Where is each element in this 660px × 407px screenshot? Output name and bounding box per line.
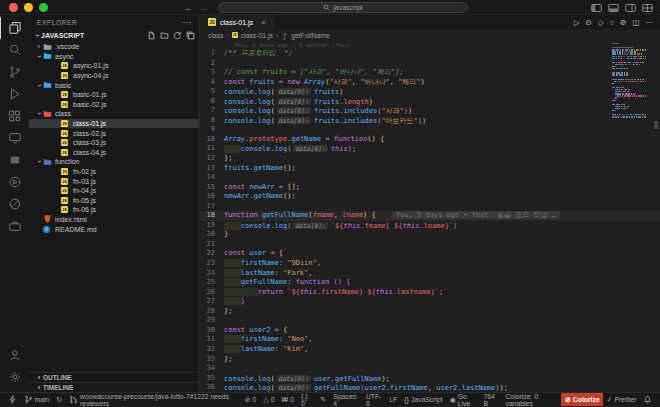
tree-item-async-01.js[interactable]: JSasync-01.js: [29, 61, 199, 71]
tree-item-async[interactable]: ›async: [29, 52, 199, 62]
braces-counter[interactable]: {.}: 0: [297, 393, 316, 406]
compare-icon[interactable]: ◇: [598, 18, 604, 27]
tree-item-basic-01.js[interactable]: JSbasic-01.js: [29, 90, 199, 100]
new-folder-icon[interactable]: [160, 31, 169, 40]
colorize-button[interactable]: ⊘Colorize: [561, 393, 603, 406]
language-mode[interactable]: {}JavaScript: [401, 393, 446, 406]
gitlens-authors-lens[interactable]: You, 0 days ago | 1 author (You): [200, 41, 660, 49]
timeline-section[interactable]: › TIMELINE: [29, 382, 199, 392]
js-file-icon: JS: [61, 197, 71, 204]
more-actions-icon[interactable]: ⋯: [646, 18, 654, 27]
project-manager-icon[interactable]: [0, 215, 29, 237]
git-branch[interactable]: main: [20, 393, 53, 406]
customize-layout-icon[interactable]: [642, 3, 653, 13]
line-number: 19: [200, 221, 224, 231]
colorize-info[interactable]: Colorize: 0 variables: [502, 393, 561, 406]
toggle-secondary-sidebar-icon[interactable]: [625, 3, 636, 13]
views-more-actions-icon[interactable]: ⋯: [182, 18, 191, 27]
tree-item-basic-02.js[interactable]: JSbasic-02.js: [29, 100, 199, 110]
encoding[interactable]: UTF-8: [362, 393, 385, 406]
js-file-icon: JS: [61, 62, 71, 69]
workspace-section-header[interactable]: › JAVASCRIPT: [29, 29, 199, 42]
tree-item-fn-04.js[interactable]: JSfn-04.js: [29, 186, 199, 196]
close-tab-icon[interactable]: ×: [261, 18, 266, 27]
tree-item-.vscode[interactable]: ›.vscode: [29, 42, 199, 52]
open-changes-icon[interactable]: ⊙: [586, 18, 592, 27]
minimize-window-button[interactable]: [24, 3, 33, 12]
extensions-icon[interactable]: [0, 105, 29, 127]
breadcrumb-separator: ›: [276, 32, 278, 39]
code-line-23: 23 firstName: "9Diin",: [200, 259, 660, 269]
tree-item-basic[interactable]: ›basic: [29, 80, 199, 90]
close-window-button[interactable]: [9, 3, 18, 12]
remote-indicator[interactable]: [4, 393, 20, 406]
tree-item-fn-06.js[interactable]: JSfn-06.js: [29, 205, 199, 215]
chevron-down-icon: ›: [35, 110, 44, 118]
toggle-panel-icon[interactable]: [608, 3, 619, 13]
tree-item-label: basic-02.js: [73, 101, 106, 108]
won-counter[interactable]: ₩0: [278, 393, 297, 406]
tab-label: class-01.js: [220, 19, 253, 26]
tree-item-index.html[interactable]: index.html: [29, 215, 199, 225]
run-or-debug-icon[interactable]: ⊘: [620, 18, 626, 27]
remote-explorer-icon[interactable]: [0, 127, 29, 149]
outline-section[interactable]: › OUTLINE: [29, 372, 199, 382]
breadcrumb-file[interactable]: class-01.js: [241, 32, 273, 39]
tree-item-fn-05.js[interactable]: JSfn-05.js: [29, 196, 199, 206]
go-live[interactable]: ◉Go Live: [446, 393, 480, 406]
warnings[interactable]: △0: [260, 393, 278, 406]
preview-icon[interactable]: ○: [610, 18, 615, 27]
tab-class-01-js[interactable]: JS class-01.js ×: [200, 15, 274, 29]
explorer-icon[interactable]: [0, 17, 29, 39]
command-center-search[interactable]: javascript: [218, 2, 468, 13]
new-file-icon[interactable]: [147, 31, 156, 40]
tree-item-class-04.js[interactable]: JSclass-04.js: [29, 148, 199, 158]
refresh-icon[interactable]: [173, 31, 182, 40]
minimap[interactable]: [612, 43, 646, 118]
tree-item-fn-03.js[interactable]: JSfn-03.js: [29, 176, 199, 186]
breadcrumb-symbol[interactable]: getFullName: [291, 32, 330, 39]
code-editor[interactable]: You, 0 days ago | 1 author (You) 1/** 프로…: [200, 41, 660, 392]
disabled-extension-icon[interactable]: [0, 193, 29, 215]
sync-changes[interactable]: ↻: [53, 393, 66, 406]
tree-item-function[interactable]: ›function: [29, 157, 199, 167]
tree-item-class-01.js[interactable]: JSclass-01.js: [29, 119, 199, 129]
quill[interactable]: ✎: [317, 393, 330, 406]
live-server-icon[interactable]: [0, 149, 29, 171]
settings-icon[interactable]: [0, 366, 29, 388]
tree-item-class-03.js[interactable]: JSclass-03.js: [29, 138, 199, 148]
github-pr[interactable]: woowacourse-precourse/java-lotto-7#1222 …: [66, 393, 242, 406]
tree-item-fn-02.js[interactable]: JSfn-02.js: [29, 167, 199, 177]
indentation[interactable]: Spaces: 4: [330, 393, 363, 406]
line-number: 12: [200, 154, 224, 164]
nav-forward-icon[interactable]: →: [199, 3, 208, 13]
pr-icon: [69, 395, 78, 404]
split-editor-icon[interactable]: ◫: [632, 18, 639, 27]
eol[interactable]: LF: [386, 393, 401, 406]
collapse-all-icon[interactable]: [186, 31, 195, 40]
indentation-label: Spaces: 4: [333, 393, 359, 407]
tree-item-README.md[interactable]: iREADME.md: [29, 224, 199, 234]
run-code-icon[interactable]: ▷: [574, 18, 580, 27]
tree-item-async-04.js[interactable]: JSasync-04.js: [29, 71, 199, 81]
file-size[interactable]: 764 B: [480, 393, 502, 406]
source-control-icon[interactable]: [0, 61, 29, 83]
code-runner-icon[interactable]: [0, 171, 29, 193]
toggle-sidebar-icon[interactable]: [591, 3, 602, 13]
js-file-icon: JS: [61, 91, 71, 98]
search-icon[interactable]: [0, 39, 29, 61]
nav-back-icon[interactable]: ←: [184, 3, 193, 13]
breadcrumb-folder[interactable]: class: [208, 32, 224, 39]
tree-item-class[interactable]: ›class: [29, 109, 199, 119]
account-icon[interactable]: [0, 344, 29, 366]
tree-item-class-02.js[interactable]: JSclass-02.js: [29, 128, 199, 138]
notifications[interactable]: [640, 393, 656, 406]
title-bar: ← → javascript: [0, 0, 660, 15]
chevron-right-icon: ›: [35, 373, 43, 382]
prettier[interactable]: ✓Prettier: [603, 393, 640, 406]
errors[interactable]: ⊘0: [241, 393, 260, 406]
run-debug-icon[interactable]: [0, 83, 29, 105]
sync-icon: ↻: [56, 396, 62, 404]
zoom-window-button[interactable]: [39, 3, 48, 12]
line-number: 24: [200, 269, 224, 279]
